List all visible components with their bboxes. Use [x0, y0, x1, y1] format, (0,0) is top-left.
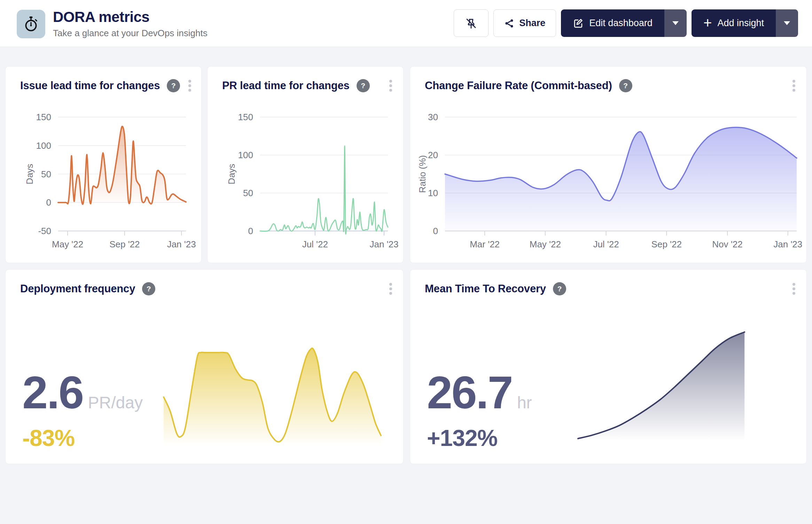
svg-text:Jan '23: Jan '23: [773, 239, 802, 249]
add-insight-label: Add insight: [717, 18, 764, 29]
page-subtitle: Take a glance at your DevOps insights: [53, 28, 208, 39]
top-bar: DORA metrics Take a glance at your DevOp…: [0, 0, 812, 47]
card-issue-lead-time: Issue lead time for changes ? 150100500-…: [5, 66, 202, 263]
more-menu-icon[interactable]: [388, 78, 393, 93]
card-pr-lead-time: PR lead time for changes ? 150100500Jul …: [207, 66, 404, 263]
edit-dashboard-split: Edit dashboard: [561, 9, 687, 37]
svg-text:Ratio (%): Ratio (%): [417, 155, 428, 193]
svg-text:Sep '22: Sep '22: [109, 239, 140, 249]
svg-text:Days: Days: [24, 164, 35, 184]
edit-dashboard-label: Edit dashboard: [589, 18, 653, 29]
svg-text:0: 0: [46, 197, 51, 208]
add-insight-caret[interactable]: [776, 9, 798, 37]
svg-text:0: 0: [433, 226, 438, 236]
help-icon[interactable]: ?: [167, 79, 180, 92]
issue-lead-time-chart[interactable]: 150100500-50May '22Sep '22Jan '23Days: [6, 67, 201, 263]
dashboard-icon-tile: [17, 10, 45, 38]
unpin-button[interactable]: [454, 9, 489, 37]
svg-text:Jan '23: Jan '23: [167, 239, 196, 249]
svg-text:100: 100: [36, 140, 51, 151]
svg-text:-50: -50: [38, 226, 51, 236]
change-failure-rate-chart[interactable]: 3020100Mar '22May '22Jul '22Sep '22Nov '…: [410, 67, 806, 263]
help-icon[interactable]: ?: [357, 79, 370, 92]
mttr-value: 26.7: [427, 370, 512, 416]
svg-text:10: 10: [428, 188, 438, 198]
svg-text:Days: Days: [226, 164, 237, 184]
help-icon[interactable]: ?: [142, 282, 155, 295]
more-menu-icon[interactable]: [791, 78, 797, 93]
card-deployment-frequency: Deployment frequency ? 2.6 PR/day -83%: [5, 269, 404, 464]
pr-lead-time-chart[interactable]: 150100500Jul '22Jan '23Days: [208, 67, 403, 263]
svg-text:150: 150: [36, 112, 51, 122]
caret-down-icon: [784, 21, 790, 25]
svg-text:Jan '23: Jan '23: [369, 239, 398, 249]
insight-title-deployment-frequency[interactable]: Deployment frequency: [20, 283, 135, 295]
deployment-frequency-value: 2.6: [22, 370, 83, 416]
svg-text:20: 20: [428, 150, 438, 160]
page-title: DORA metrics: [53, 9, 208, 25]
edit-dashboard-button[interactable]: Edit dashboard: [561, 9, 664, 37]
caret-down-icon: [672, 21, 679, 25]
stopwatch-icon: [22, 15, 40, 33]
pencil-square-icon: [573, 18, 584, 29]
svg-text:50: 50: [41, 169, 51, 179]
svg-text:Mar '22: Mar '22: [470, 239, 500, 249]
pin-slash-icon: [465, 17, 477, 29]
share-button[interactable]: Share: [493, 9, 556, 37]
svg-text:May '22: May '22: [52, 239, 83, 249]
insight-title-issue-lead-time[interactable]: Issue lead time for changes: [20, 79, 160, 92]
insight-title-mean-time-to-recovery[interactable]: Mean Time To Recovery: [425, 283, 546, 295]
add-insight-split: + Add insight: [692, 9, 798, 37]
more-menu-icon[interactable]: [388, 282, 393, 296]
add-insight-button[interactable]: + Add insight: [692, 9, 776, 37]
share-nodes-icon: [504, 18, 515, 29]
svg-text:0: 0: [248, 226, 253, 236]
card-change-failure-rate: Change Failure Rate (Commit-based) ? 302…: [410, 66, 807, 263]
edit-dashboard-caret[interactable]: [664, 9, 687, 37]
svg-text:Jul '22: Jul '22: [302, 239, 328, 249]
mttr-unit: hr: [517, 393, 532, 412]
svg-text:Nov '22: Nov '22: [712, 239, 742, 249]
svg-text:Sep '22: Sep '22: [651, 239, 682, 249]
insight-title-pr-lead-time[interactable]: PR lead time for changes: [222, 79, 350, 92]
svg-text:150: 150: [238, 112, 253, 122]
mttr-delta: +132%: [427, 425, 497, 451]
svg-text:May '22: May '22: [530, 239, 561, 249]
more-menu-icon[interactable]: [187, 78, 193, 93]
card-mean-time-to-recovery: Mean Time To Recovery ? 26.7 hr +132%: [410, 269, 807, 464]
svg-text:50: 50: [243, 188, 253, 198]
help-icon[interactable]: ?: [553, 282, 566, 295]
share-button-label: Share: [519, 18, 545, 29]
help-icon[interactable]: ?: [619, 79, 632, 92]
more-menu-icon[interactable]: [791, 282, 797, 296]
deployment-frequency-unit: PR/day: [88, 393, 143, 412]
svg-text:30: 30: [428, 112, 438, 122]
svg-text:Jul '22: Jul '22: [593, 239, 619, 249]
svg-text:100: 100: [238, 150, 253, 160]
deployment-frequency-delta: -83%: [22, 425, 75, 451]
insight-title-change-failure-rate[interactable]: Change Failure Rate (Commit-based): [425, 79, 612, 92]
